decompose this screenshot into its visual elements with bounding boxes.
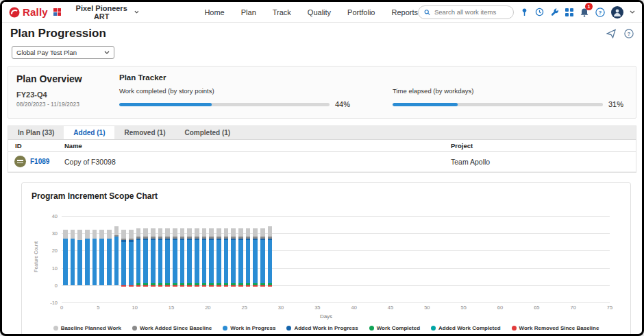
chart-bar-segment xyxy=(238,237,243,239)
tab-added[interactable]: Added (1) xyxy=(64,126,114,139)
rally-logo[interactable]: Rally xyxy=(9,6,48,18)
legend-item[interactable]: Work in Progress xyxy=(223,325,275,331)
legend-dot-icon xyxy=(286,326,291,331)
chart-bar-segment xyxy=(216,228,221,237)
chart-bar-segment xyxy=(77,240,82,285)
legend-dot-icon xyxy=(512,326,517,331)
chart-bar-segment xyxy=(246,237,250,239)
chart-bar-segment xyxy=(121,285,125,287)
chart-bar-segment xyxy=(165,240,169,283)
feature-icon xyxy=(14,156,26,167)
history-clock-icon[interactable] xyxy=(535,8,544,16)
legend-item[interactable]: Work Removed Since Baseline xyxy=(512,325,599,331)
app-switcher-icon[interactable] xyxy=(53,8,61,16)
chart-bar-segment xyxy=(260,228,264,237)
chart-bar-segment xyxy=(180,228,184,237)
chart-bar-segment xyxy=(231,228,235,237)
tab-removed[interactable]: Removed (1) xyxy=(114,126,175,139)
apps-grid-icon[interactable] xyxy=(565,8,573,16)
legend-dot-icon xyxy=(132,326,137,331)
rally-logo-icon xyxy=(9,7,20,18)
plan-overview-title: Plan Overview xyxy=(16,73,119,84)
table-row[interactable]: F1089 Copy of F30098 Team Apollo xyxy=(8,152,636,172)
plan-overview-card: Plan Overview FY23-Q4 08/20/2023 - 11/19… xyxy=(8,66,636,119)
nav-track[interactable]: Track xyxy=(273,8,291,16)
chart-bar-segment xyxy=(202,239,206,241)
legend-item[interactable]: Baseline Planned Work xyxy=(53,325,121,331)
search-box[interactable] xyxy=(418,5,514,19)
workspace-selector[interactable]: Pixel Pioneers ART xyxy=(68,3,143,21)
x-axis-tick: 15 xyxy=(169,304,174,311)
legend-item[interactable]: Work Completed xyxy=(369,325,420,331)
progress-percent: 31% xyxy=(608,100,628,108)
nav-home[interactable]: Home xyxy=(204,8,224,16)
chart-bar-segment xyxy=(260,285,264,287)
search-icon xyxy=(424,9,430,16)
chart-bar-segment xyxy=(173,240,177,283)
chart-bar-segment xyxy=(99,230,103,239)
chart-bar-segment xyxy=(136,240,140,283)
chart-bar-segment xyxy=(209,237,213,239)
page-help-icon[interactable]: ? xyxy=(624,29,634,38)
nav-plan[interactable]: Plan xyxy=(241,8,256,16)
x-axis-tick: 10 xyxy=(132,304,137,311)
plan-date-range: 08/20/2023 - 11/19/2023 xyxy=(16,101,119,108)
chart-bar-segment xyxy=(216,285,221,287)
plan-select-dropdown[interactable]: Global Pay Test Plan xyxy=(12,46,114,59)
user-avatar[interactable] xyxy=(611,6,623,19)
chart-bar-segment xyxy=(180,285,184,287)
x-axis-tick: 75 xyxy=(607,304,612,311)
legend-item[interactable]: Added Work in Progress xyxy=(286,325,358,331)
chart-bar-segment xyxy=(143,239,147,241)
chart-bar-segment xyxy=(246,285,250,287)
progress-label: Time elapsed (by workdays) xyxy=(393,87,628,95)
chart-bar-segment xyxy=(165,237,169,239)
chart-bar-segment xyxy=(173,239,177,241)
progress-percent: 44% xyxy=(335,100,354,108)
chart-bar-segment xyxy=(143,237,147,239)
chart-bar-segment xyxy=(143,228,147,237)
svg-text:?: ? xyxy=(628,31,631,37)
chart-bar-segment xyxy=(202,228,206,237)
wrench-icon[interactable] xyxy=(550,8,559,16)
chart-bar-segment xyxy=(143,240,147,283)
chart-bar-segment xyxy=(136,228,140,237)
chart-bar-segment xyxy=(136,285,140,287)
notifications: 1 xyxy=(580,8,589,17)
scope-chart-plot: -100102030400510152025303540455055606570… xyxy=(62,216,610,302)
x-axis-tick: 50 xyxy=(424,304,430,311)
nav-quality[interactable]: Quality xyxy=(308,8,331,16)
feature-id-link[interactable]: F1089 xyxy=(30,158,49,165)
y-axis-tick: 0 xyxy=(55,282,58,288)
chart-bar-segment xyxy=(209,240,213,283)
search-input[interactable] xyxy=(433,8,508,16)
x-axis-label: Days xyxy=(32,313,621,320)
legend-label: Work Added Since Baseline xyxy=(140,325,212,331)
tab-in-plan[interactable]: In Plan (33) xyxy=(8,126,64,139)
chart-bar-segment xyxy=(71,239,75,285)
help-icon[interactable]: ? xyxy=(595,8,605,17)
chevron-down-icon xyxy=(134,10,139,14)
chart-bar-segment xyxy=(202,240,206,283)
legend-item[interactable]: Added Work Completed xyxy=(431,325,501,331)
avatar-chevron-down-icon[interactable] xyxy=(630,10,635,14)
chart-bar-segment xyxy=(224,240,228,283)
feature-name: Copy of F30098 xyxy=(58,158,444,166)
chart-bar-segment xyxy=(195,228,199,237)
share-icon[interactable] xyxy=(606,29,616,38)
progress-track xyxy=(119,103,330,106)
nav-portfolio[interactable]: Portfolio xyxy=(347,8,375,16)
chart-bar-segment xyxy=(187,228,191,237)
chart-bar-segment xyxy=(173,237,177,239)
chart-bar-segment xyxy=(136,239,140,241)
legend-item[interactable]: Work Added Since Baseline xyxy=(132,325,212,331)
chart-bar-segment xyxy=(121,242,125,285)
chart-bar-segment xyxy=(187,240,191,283)
tab-completed[interactable]: Completed (1) xyxy=(175,126,240,139)
chart-bar-segment xyxy=(92,230,97,239)
nav-reports[interactable]: Reports xyxy=(391,8,418,16)
legend-label: Added Work Completed xyxy=(438,325,501,331)
chart-bar-segment xyxy=(121,230,125,239)
pin-icon[interactable] xyxy=(520,8,529,16)
chart-bar-segment xyxy=(107,239,111,285)
